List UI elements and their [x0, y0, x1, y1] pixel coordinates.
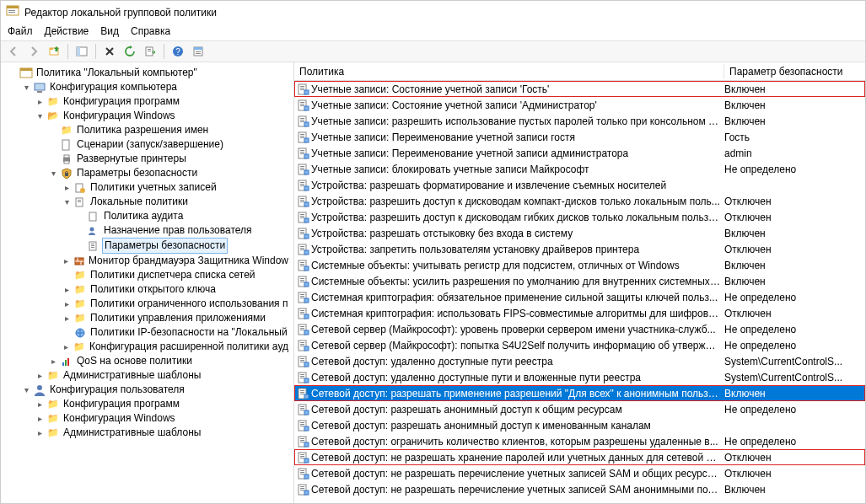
policy-row[interactable]: Учетные записи: Состояние учетной записи…: [294, 81, 865, 97]
col-header-value[interactable]: Параметр безопасности: [724, 64, 865, 79]
policy-row[interactable]: Устройства: разрешить доступ к дисковода…: [294, 193, 865, 209]
tree-local-policies[interactable]: ▾Локальные политики: [58, 195, 293, 209]
chevron-right-icon[interactable]: ▸: [35, 426, 45, 440]
policy-row[interactable]: Сетевой доступ: не разрешать перечислени…: [294, 465, 865, 481]
col-header-policy[interactable]: Политика: [294, 64, 724, 79]
show-hide-tree-button[interactable]: [73, 43, 91, 60]
chevron-down-icon[interactable]: ▾: [62, 195, 72, 209]
help-button[interactable]: ?: [169, 43, 187, 60]
list-body[interactable]: Учетные записи: Состояние учетной записи…: [294, 81, 865, 503]
chevron-right-icon[interactable]: ▸: [62, 311, 72, 325]
chevron-right-icon[interactable]: ▸: [35, 411, 45, 426]
policy-row[interactable]: Устройства: запретить пользователям уста…: [294, 241, 865, 257]
menu-view[interactable]: Вид: [100, 25, 119, 37]
policy-row[interactable]: Устройства: разрешать форматирование и и…: [294, 177, 865, 193]
tree-firewall[interactable]: ▸Монитор брандмауэра Защитника Window: [58, 254, 293, 268]
chevron-down-icon[interactable]: ▾: [21, 80, 31, 94]
policy-row[interactable]: Системная криптография: обязательное при…: [294, 289, 865, 305]
policy-item-icon: [296, 179, 311, 192]
tree-printers[interactable]: Развернутые принтеры: [45, 152, 293, 166]
tree-label: Параметры безопасности: [102, 238, 228, 254]
tree-admin-templates-c[interactable]: ▸📁Административные шаблоны: [31, 368, 293, 383]
tree-security-options[interactable]: Параметры безопасности: [72, 238, 293, 254]
tree-user-cfg[interactable]: ▾Конфигурация пользователя: [18, 383, 293, 397]
menu-help[interactable]: Справка: [131, 25, 170, 37]
chevron-right-icon[interactable]: ▸: [62, 180, 72, 195]
policy-row[interactable]: Сетевой доступ: не разрешать перечислени…: [294, 481, 865, 497]
export-list-button[interactable]: [141, 43, 159, 60]
policy-row[interactable]: Сетевой доступ: ограничить количество кл…: [294, 433, 865, 449]
policy-row[interactable]: Системные объекты: учитывать регистр для…: [294, 257, 865, 273]
policy-row[interactable]: Сетевой доступ: удаленно доступные пути …: [294, 369, 865, 385]
tree-admin-templates-u[interactable]: ▸📁Административные шаблоны: [31, 426, 293, 440]
policy-row[interactable]: Учетные записи: Переименование учетной з…: [294, 129, 865, 145]
chevron-right-icon[interactable]: ▸: [48, 354, 58, 368]
svg-rect-2: [8, 10, 15, 11]
chevron-right-icon[interactable]: ▸: [35, 368, 45, 383]
policy-row[interactable]: Учетные записи: Состояние учетной записи…: [294, 97, 865, 113]
tree-user-rights[interactable]: Назначение прав пользователя: [72, 223, 293, 238]
policy-row[interactable]: Сетевой доступ: удаленно доступные пути …: [294, 353, 865, 369]
delete-button[interactable]: [100, 43, 119, 60]
policy-value: Не определено: [724, 292, 865, 303]
policy-item-icon: [296, 483, 311, 496]
properties-button[interactable]: [189, 43, 207, 60]
tree-software-restrict[interactable]: ▸📁Политики ограниченного использования п: [58, 297, 293, 311]
policy-label: Устройства: запретить пользователям уста…: [311, 244, 724, 255]
back-button[interactable]: [4, 43, 23, 60]
tree-name-res[interactable]: 📁Политика разрешения имен: [45, 123, 293, 137]
tree-computer-cfg[interactable]: ▾ Конфигурация компьютера: [18, 80, 293, 94]
menu-action[interactable]: Действие: [45, 25, 89, 37]
tree-pubkey[interactable]: ▸📁Политики открытого ключа: [58, 282, 293, 297]
tree-label: Монитор брандмауэра Защитника Window: [87, 254, 290, 268]
chevron-down-icon[interactable]: ▾: [48, 166, 58, 180]
chevron-right-icon[interactable]: ▸: [62, 297, 72, 311]
policy-row[interactable]: Сетевой доступ: разрешать анонимный дост…: [294, 417, 865, 433]
svg-rect-133: [300, 360, 304, 361]
folder-icon: 📁: [73, 298, 87, 311]
policy-value: Не определено: [724, 340, 865, 351]
policy-row[interactable]: Сетевой доступ: разрешать анонимный дост…: [294, 401, 865, 417]
tree-app-control[interactable]: ▸📁Политики управления приложениями: [58, 311, 293, 325]
tree-qos[interactable]: ▸QoS на основе политики: [45, 354, 293, 368]
policy-row[interactable]: Устройства: разрешать отстыковку без вхо…: [294, 225, 865, 241]
tree-audit[interactable]: Политика аудита: [72, 209, 293, 223]
chevron-right-icon[interactable]: ▸: [35, 94, 45, 109]
refresh-button[interactable]: [121, 43, 139, 60]
policy-row[interactable]: Сетевой доступ: разрешать применение раз…: [294, 385, 865, 401]
policy-value: Отключен: [724, 452, 865, 464]
forward-button[interactable]: [24, 43, 43, 60]
up-button[interactable]: [45, 43, 63, 60]
tree-scripts[interactable]: Сценарии (запуск/завершение): [45, 137, 293, 152]
tree-win-cfg[interactable]: ▾📂Конфигурация Windows: [31, 109, 293, 123]
policy-row[interactable]: Сетевой сервер (Майкрософт): попытка S4U…: [294, 337, 865, 353]
policy-row[interactable]: Системная криптография: использовать FIP…: [294, 305, 865, 321]
tree-account-policies[interactable]: ▸Политики учетных записей: [58, 180, 293, 195]
chevron-right-icon[interactable]: ▸: [35, 397, 45, 411]
tree-ipsec[interactable]: Политики IP-безопасности на "Локальный: [58, 325, 293, 340]
menu-file[interactable]: Файл: [8, 25, 33, 37]
chevron-right-icon[interactable]: ▸: [62, 340, 72, 354]
chevron-right-icon[interactable]: ▸: [62, 254, 71, 268]
policy-row[interactable]: Системные объекты: усилить разрешения по…: [294, 273, 865, 289]
policy-row[interactable]: Сетевой сервер (Майкрософт): уровень про…: [294, 321, 865, 337]
tree-root[interactable]: Политика "Локальный компьютер": [4, 66, 293, 80]
tree-pane[interactable]: Политика "Локальный компьютер" ▾ Конфигу…: [1, 62, 294, 503]
policy-row[interactable]: Устройства: разрешить доступ к дисковода…: [294, 209, 865, 225]
chevron-right-icon[interactable]: ▸: [62, 282, 72, 297]
tree-label: Развернутые принтеры: [75, 152, 188, 166]
tree-soft-cfg[interactable]: ▸📁Конфигурация программ: [31, 94, 293, 109]
tree-security-settings[interactable]: ▾Параметры безопасности: [45, 166, 293, 180]
chevron-down-icon[interactable]: ▾: [35, 109, 45, 123]
chevron-down-icon[interactable]: ▾: [21, 383, 31, 397]
tree-win-cfg-u[interactable]: ▸📁Конфигурация Windows: [31, 411, 293, 426]
policy-row[interactable]: Учетные записи: Переименование учетной з…: [294, 145, 865, 161]
policy-row[interactable]: Учетные записи: разрешить использование …: [294, 113, 865, 129]
svg-rect-77: [300, 182, 304, 183]
tree-adv-audit[interactable]: ▸📁Конфигурация расширенной политики ауд: [58, 340, 293, 354]
policy-row[interactable]: Сетевой доступ: не разрешать хранение па…: [294, 449, 865, 465]
tree-nlm[interactable]: 📁Политики диспетчера списка сетей: [58, 268, 293, 282]
policy-label: Учетные записи: Состояние учетной записи…: [311, 83, 724, 95]
policy-row[interactable]: Учетные записи: блокировать учетные запи…: [294, 161, 865, 177]
tree-soft-cfg-u[interactable]: ▸📁Конфигурация программ: [31, 397, 293, 411]
